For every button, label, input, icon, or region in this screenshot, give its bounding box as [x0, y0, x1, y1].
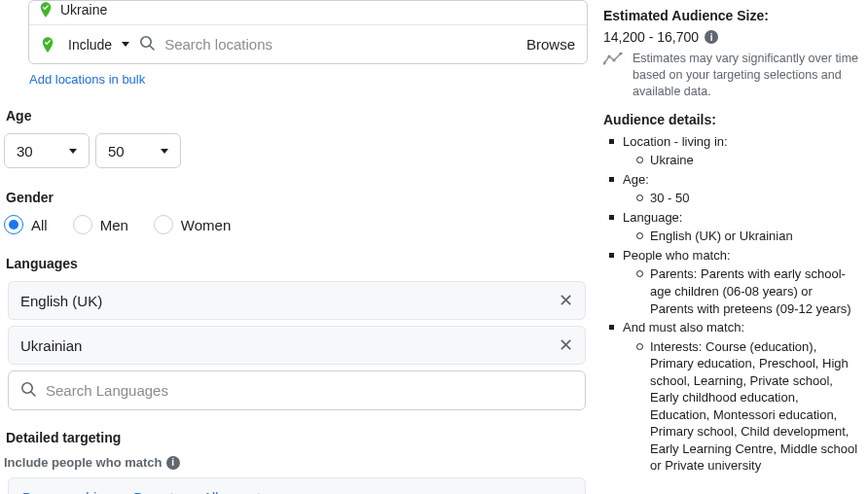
remove-language-button[interactable]: ✕: [559, 336, 573, 354]
estimated-size-range: 14,200 - 16,700 i: [603, 29, 858, 45]
detailed-subtitle: Include people who match i: [4, 455, 590, 470]
breadcrumb-link[interactable]: Parents: [133, 490, 180, 494]
location-chip[interactable]: Ukraine: [29, 1, 587, 24]
location-box: Ukraine Include Browse: [28, 0, 588, 64]
location-pin-icon: [39, 1, 53, 18]
radio-icon: [73, 215, 92, 234]
language-chip-label: English (UK): [20, 293, 102, 309]
age-min-select[interactable]: 30: [4, 133, 90, 168]
search-icon: [139, 35, 155, 53]
audience-detail-subitem: Parents: Parents with early school-age c…: [636, 265, 858, 317]
language-search-row: [8, 370, 586, 410]
chevron-down-icon: [122, 42, 129, 47]
location-chip-label: Ukraine: [60, 2, 107, 18]
audience-details-title: Audience details:: [603, 112, 858, 127]
audience-detail-item: Location - living in:Ukraine: [609, 133, 858, 169]
audience-detail-item: People who match:Parents: Parents with e…: [609, 247, 858, 317]
chevron-down-icon: [69, 149, 77, 154]
language-chip: Ukrainian ✕: [8, 326, 586, 365]
audience-details-list: Location - living in:UkraineAge:30 - 50L…: [603, 133, 858, 475]
info-icon[interactable]: i: [705, 30, 718, 44]
breadcrumb-link[interactable]: Demographics: [22, 490, 110, 494]
remove-language-button[interactable]: ✕: [559, 292, 573, 309]
audience-detail-item: And must also match:Interests: Course (e…: [609, 319, 858, 475]
audience-detail-item: Language:English (UK) or Ukrainian: [609, 209, 858, 245]
add-locations-bulk-link[interactable]: Add locations in bulk: [29, 72, 145, 87]
search-icon: [20, 381, 36, 400]
audience-detail-item: Age:30 - 50: [609, 171, 858, 207]
include-pin-icon: [41, 36, 54, 53]
radio-icon: [4, 215, 23, 234]
gender-option-women[interactable]: Women: [154, 215, 231, 234]
chevron-down-icon: [161, 149, 168, 154]
breadcrumb-link[interactable]: All parents: [203, 490, 268, 494]
include-label: Include: [68, 37, 112, 53]
estimate-note: Estimates may vary significantly over ti…: [603, 51, 858, 100]
audience-detail-subitem: English (UK) or Ukrainian: [636, 228, 858, 245]
location-search-input[interactable]: [164, 36, 517, 53]
audience-detail-subitem: Interests: Course (education), Primary e…: [636, 338, 858, 475]
age-min-value: 30: [17, 143, 33, 159]
svg-line-1: [150, 46, 154, 50]
svg-point-5: [607, 54, 610, 57]
language-chip-label: Ukrainian: [20, 337, 82, 354]
radio-icon: [154, 215, 173, 234]
gender-title: Gender: [6, 190, 590, 205]
svg-point-6: [612, 58, 615, 61]
browse-button[interactable]: Browse: [526, 36, 575, 53]
audience-detail-subitem: 30 - 50: [636, 190, 858, 207]
gender-all-label: All: [31, 217, 48, 233]
info-icon[interactable]: i: [166, 456, 180, 470]
gender-option-all[interactable]: All: [4, 215, 48, 234]
gender-option-men[interactable]: Men: [73, 215, 128, 234]
detailed-targeting-title: Detailed targeting: [6, 430, 590, 445]
languages-title: Languages: [6, 256, 590, 271]
language-search-input[interactable]: [46, 382, 573, 399]
gender-men-label: Men: [100, 217, 128, 233]
svg-line-3: [31, 392, 35, 396]
audience-detail-subitem: Ukraine: [636, 152, 858, 169]
language-chip: English (UK) ✕: [8, 281, 586, 320]
estimated-size-title: Estimated Audience Size:: [603, 8, 858, 23]
detailed-breadcrumb[interactable]: Demographics > Parents > All parents: [8, 477, 586, 494]
age-title: Age: [6, 108, 590, 124]
trend-icon: [603, 53, 623, 66]
age-max-select[interactable]: 50: [95, 133, 181, 168]
gender-women-label: Women: [181, 217, 231, 233]
age-max-value: 50: [108, 143, 125, 159]
include-dropdown[interactable]: Include: [41, 36, 129, 53]
